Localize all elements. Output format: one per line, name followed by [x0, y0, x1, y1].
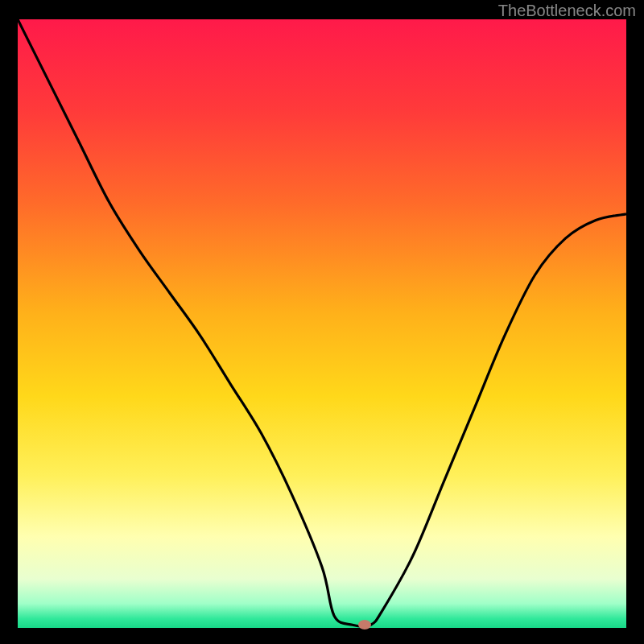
watermark-text: TheBottleneck.com — [498, 2, 636, 20]
optimal-point-marker — [358, 620, 371, 630]
curve-layer — [18, 19, 626, 628]
bottleneck-curve — [18, 19, 626, 626]
plot-area — [18, 19, 626, 628]
chart-frame — [18, 19, 626, 628]
